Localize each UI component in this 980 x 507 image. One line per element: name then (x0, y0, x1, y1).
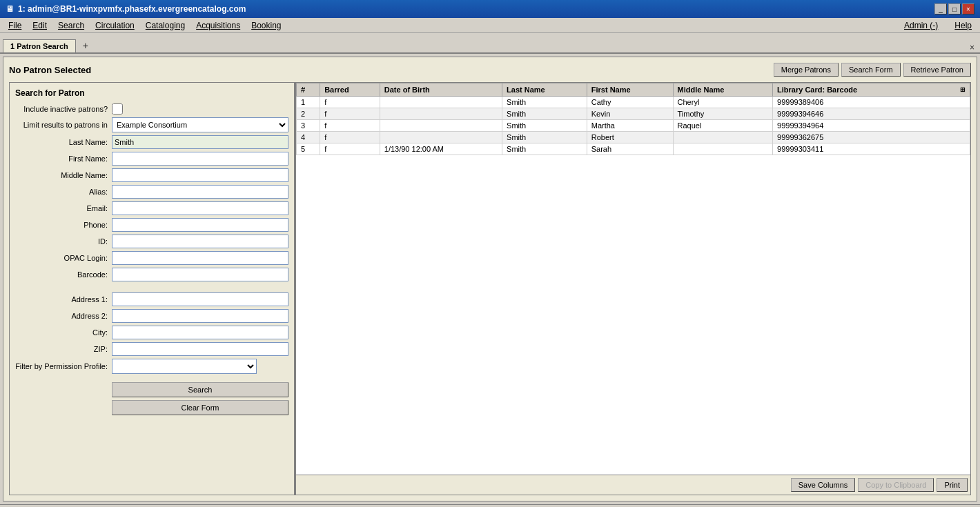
cell-barred: f (320, 120, 380, 132)
menu-search[interactable]: Search (52, 19, 90, 32)
barcode-input[interactable] (112, 268, 288, 281)
menu-circulation[interactable]: Circulation (90, 19, 140, 32)
cell-num: 3 (297, 120, 320, 132)
tab-add-button[interactable]: + (77, 39, 94, 52)
cell-num: 4 (297, 132, 320, 143)
tab-bar: 1 Patron Search + × (0, 33, 980, 54)
middle-name-input[interactable] (112, 168, 288, 182)
col-middle-name[interactable]: Middle Name (673, 83, 772, 97)
col-last-name[interactable]: Last Name (502, 83, 587, 97)
opac-login-input[interactable] (112, 251, 288, 265)
id-input[interactable] (112, 235, 288, 248)
last-name-input[interactable] (112, 135, 288, 149)
merge-patrons-button[interactable]: Merge Patrons (774, 63, 839, 77)
cell-dob: 1/13/90 12:00 AM (380, 143, 502, 155)
table-row[interactable]: 1 f Smith Cathy Cheryl 99999389406 (297, 97, 970, 108)
limit-results-select[interactable]: Example Consortium (112, 117, 288, 132)
menu-help[interactable]: Help (949, 19, 977, 32)
window-close-button[interactable]: × (970, 43, 977, 52)
col-num[interactable]: # (297, 83, 320, 97)
barcode-label: Barcode: (15, 270, 112, 279)
maximize-button[interactable]: □ (948, 3, 961, 14)
menu-booking[interactable]: Booking (246, 19, 286, 32)
cell-first: Cathy (587, 97, 673, 108)
include-inactive-row: Include inactive patrons? (15, 103, 288, 115)
city-input[interactable] (112, 326, 288, 339)
cell-dob (380, 120, 502, 132)
print-button[interactable]: Print (937, 478, 968, 492)
cell-num: 2 (297, 108, 320, 120)
table-row[interactable]: 5 f 1/13/90 12:00 AM Smith Sarah 9999930… (297, 143, 970, 155)
copy-clipboard-button[interactable]: Copy to Clipboard (858, 478, 934, 492)
title-bar-controls[interactable]: _ □ × (934, 3, 974, 14)
barcode-row: Barcode: (15, 268, 288, 281)
section-spacer-1 (15, 284, 288, 292)
cell-barred: f (320, 143, 380, 155)
filter-profile-row: Filter by Permission Profile: (15, 359, 288, 374)
address1-input[interactable] (112, 292, 288, 306)
search-form-button[interactable]: Search Form (841, 63, 901, 77)
cell-middle: Cheryl (673, 97, 772, 108)
email-label: Email: (15, 204, 112, 212)
middle-name-label: Middle Name: (15, 171, 112, 179)
cell-middle: Raquel (673, 120, 772, 132)
address2-label: Address 2: (15, 312, 112, 320)
table-row[interactable]: 4 f Smith Robert 99999362675 (297, 132, 970, 143)
search-button[interactable]: Search (112, 382, 288, 397)
email-input[interactable] (112, 201, 288, 215)
alias-input[interactable] (112, 185, 288, 199)
bottom-bar: Save Columns Copy to Clipboard Print (296, 475, 970, 495)
menu-cataloging[interactable]: Cataloging (140, 19, 190, 32)
filter-profile-label: Filter by Permission Profile: (15, 362, 112, 370)
cell-dob (380, 132, 502, 143)
city-row: City: (15, 326, 288, 339)
table-row[interactable]: 3 f Smith Martha Raquel 99999394964 (297, 120, 970, 132)
cell-middle: Timothy (673, 108, 772, 120)
first-name-label: First Name: (15, 155, 112, 163)
col-barcode[interactable]: Library Card: Barcode ⊞ (773, 83, 970, 97)
tab-patron-search[interactable]: 1 Patron Search (3, 39, 76, 52)
table-row[interactable]: 2 f Smith Kevin Timothy 99999394646 (297, 108, 970, 120)
cell-middle (673, 132, 772, 143)
address2-row: Address 2: (15, 309, 288, 323)
phone-label: Phone: (15, 221, 112, 229)
retrieve-patron-button[interactable]: Retrieve Patron (903, 63, 971, 77)
cell-barred: f (320, 132, 380, 143)
col-first-name[interactable]: First Name (587, 83, 673, 97)
results-thead: # Barred Date of Birth Last Name First N… (297, 83, 970, 97)
cell-last: Smith (502, 108, 587, 120)
cell-last: Smith (502, 132, 587, 143)
menu-admin[interactable]: Admin (-) (899, 19, 943, 32)
city-label: City: (15, 328, 112, 337)
title-bar-text: 🖥 1: admin@BR1-winxpvmfx.phasefx.evergre… (6, 4, 246, 14)
include-inactive-checkbox[interactable] (112, 103, 123, 115)
cell-num: 1 (297, 97, 320, 108)
clear-form-button[interactable]: Clear Form (112, 400, 288, 415)
cell-barred: f (320, 108, 380, 120)
col-barred[interactable]: Barred (320, 83, 380, 97)
cell-first: Kevin (587, 108, 673, 120)
col-dob[interactable]: Date of Birth (380, 83, 502, 97)
opac-login-row: OPAC Login: (15, 251, 288, 265)
menu-file[interactable]: File (3, 19, 27, 32)
close-button[interactable]: × (962, 3, 974, 14)
menu-right-items: Admin (-) Help (899, 19, 977, 32)
menu-acquisitions[interactable]: Acquisitions (190, 19, 246, 32)
minimize-button[interactable]: _ (934, 3, 947, 14)
results-body[interactable]: # Barred Date of Birth Last Name First N… (296, 83, 970, 475)
cell-last: Smith (502, 143, 587, 155)
address2-input[interactable] (112, 309, 288, 323)
results-header-row: # Barred Date of Birth Last Name First N… (297, 83, 970, 97)
zip-row: ZIP: (15, 342, 288, 356)
email-row: Email: (15, 201, 288, 215)
alias-label: Alias: (15, 188, 112, 196)
phone-input[interactable] (112, 218, 288, 232)
cell-last: Smith (502, 97, 587, 108)
first-name-input[interactable] (112, 152, 288, 166)
menu-edit[interactable]: Edit (27, 19, 52, 32)
save-columns-button[interactable]: Save Columns (791, 478, 856, 492)
middle-name-row: Middle Name: (15, 168, 288, 182)
cell-num: 5 (297, 143, 320, 155)
zip-input[interactable] (112, 342, 288, 356)
filter-profile-select[interactable] (112, 359, 257, 374)
